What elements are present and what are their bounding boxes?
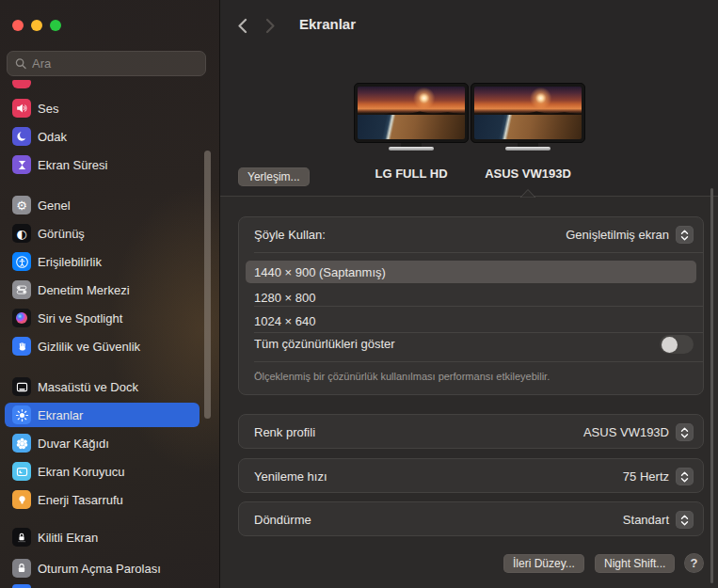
sidebar-item-label: Gizlilik ve Güvenlik xyxy=(38,340,140,354)
hourglass-icon xyxy=(12,155,31,174)
toggle-knob xyxy=(662,337,678,353)
sidebar-item-duvar-kagidi[interactable]: Duvar Kâğıdı xyxy=(5,431,199,455)
list-divider xyxy=(254,306,703,307)
sidebar-item-enerji[interactable]: Enerji Tasarrufu xyxy=(5,487,199,512)
sidebar-item-label: Görünüş xyxy=(38,227,85,241)
sidebar-item-gizlilik[interactable]: Gizlilik ve Güvenlik xyxy=(5,334,199,358)
sidebar-item-label: Ses xyxy=(38,102,58,116)
night-shift-button[interactable]: Night Shift... xyxy=(595,554,675,573)
search-input[interactable] xyxy=(32,56,198,71)
sidebar-item-ekranlar[interactable]: Ekranlar xyxy=(5,403,199,427)
use-as-row: Şöyle Kullan: Genişletilmiş ekran xyxy=(239,217,703,252)
chevron-right-icon xyxy=(265,18,276,34)
sea-and-beach xyxy=(358,115,465,139)
close-button[interactable] xyxy=(12,20,24,31)
sidebar-item-ses[interactable]: Ses xyxy=(5,96,199,120)
chevron-up-down-icon xyxy=(679,427,690,438)
resolution-card: Şöyle Kullan: Genişletilmiş ekran 1440 ×… xyxy=(238,216,704,395)
rotation-label: Döndürme xyxy=(254,513,311,527)
resolution-option[interactable]: 1280 × 800 xyxy=(254,291,315,305)
selected-display-caret xyxy=(519,188,536,198)
monitor-stand-base xyxy=(505,147,550,151)
screensaver-icon xyxy=(12,462,31,481)
rotation-card: Döndürme Standart xyxy=(238,501,704,536)
display-name: LG FULL HD xyxy=(345,167,477,181)
display-thumbnail-lg[interactable] xyxy=(354,83,469,151)
page-title: Ekranlar xyxy=(299,16,356,32)
sidebar-item-erisilebilirlik[interactable]: Erişilebilirlik xyxy=(5,249,199,274)
wallpaper-preview xyxy=(358,87,465,139)
section-divider xyxy=(220,196,718,197)
list-divider xyxy=(254,332,703,333)
chevron-up-down-icon xyxy=(679,515,690,526)
color-profile-label: Renk profili xyxy=(254,425,315,439)
sidebar-item-label: Ekran Koruyucu xyxy=(38,465,125,479)
sidebar-item-ekran-koruyucu[interactable]: Ekran Koruyucu xyxy=(5,459,199,484)
back-button[interactable] xyxy=(233,17,250,34)
sidebar-item-kilitli-ekran[interactable]: Kilitli Ekran xyxy=(5,525,199,549)
sidebar-item-denetim-merkezi[interactable]: Denetim Merkezi xyxy=(5,278,199,302)
siri-icon xyxy=(12,309,31,327)
content-scrollbar[interactable] xyxy=(710,188,713,583)
chevron-up-down-icon xyxy=(679,471,690,483)
sidebar-item-label: Odak xyxy=(38,130,67,144)
forward-button[interactable] xyxy=(262,17,279,34)
card-divider xyxy=(254,361,703,362)
sidebar-item-oturum-parolasi[interactable]: Oturum Açma Parolası xyxy=(5,556,199,580)
refresh-rate-stepper[interactable] xyxy=(676,468,694,485)
use-as-value: Genişletilmiş ekran xyxy=(566,228,669,242)
sidebar-item-siri[interactable]: Siri ve Spotlight xyxy=(5,306,199,330)
use-as-label: Şöyle Kullan: xyxy=(254,228,326,242)
rotation-stepper[interactable] xyxy=(676,511,694,529)
window-controls xyxy=(12,20,61,31)
sea-and-beach xyxy=(474,115,582,139)
gear-icon: ⚙ xyxy=(12,196,31,215)
sidebar-scrollbar[interactable] xyxy=(204,151,211,419)
scrolled-item-icon xyxy=(12,80,31,88)
sidebar-item-ekran-suresi[interactable]: Ekran Süresi xyxy=(5,152,199,177)
login-lock-icon xyxy=(12,559,31,578)
appearance-icon: ◐ xyxy=(12,224,31,243)
search-field[interactable] xyxy=(7,51,206,76)
sidebar-item-odak[interactable]: Odak xyxy=(5,124,199,149)
resolution-option[interactable]: 1440 × 900 (Saptanmış) xyxy=(254,265,386,279)
sidebar-item-label: Siri ve Spotlight xyxy=(38,311,122,326)
settings-window: Ses Odak Ekran Süresi ⚙ Genel ◐ Görünüş xyxy=(0,0,718,588)
color-profile-card: Renk profili ASUS VW193D xyxy=(238,414,704,449)
sidebar-item-masaustu-dock[interactable]: Masaüstü ve Dock xyxy=(5,374,199,399)
refresh-rate-value: 75 Hertz xyxy=(623,469,669,484)
sidebar-item-genel[interactable]: ⚙ Genel xyxy=(5,193,199,217)
zoom-button[interactable] xyxy=(50,20,61,31)
sidebar-item-label: Duvar Kâğıdı xyxy=(38,437,109,451)
sidebar-item-label: Ekranlar xyxy=(38,408,83,422)
sidebar-item-label: Kilitli Ekran xyxy=(38,531,98,545)
display-thumbnail-asus[interactable] xyxy=(471,83,585,151)
resolution-option[interactable]: 1024 × 640 xyxy=(254,314,315,328)
card-divider xyxy=(254,252,703,253)
monitor-bezel xyxy=(354,83,469,143)
sidebar-item-gorunus[interactable]: ◐ Görünüş xyxy=(5,221,199,246)
wallpaper-preview xyxy=(474,87,582,139)
color-profile-value: ASUS VW193D xyxy=(583,425,669,439)
use-as-stepper[interactable] xyxy=(676,226,694,244)
sidebar-item-label: Erişilebilirlik xyxy=(38,255,102,269)
monitor-stand-base xyxy=(389,147,434,151)
brightness-sun-icon xyxy=(12,405,31,424)
scaling-note: Ölçeklenmiş bir çözünürlük kullanılması … xyxy=(254,371,690,382)
help-button[interactable]: ? xyxy=(684,553,704,573)
color-profile-stepper[interactable] xyxy=(676,423,694,441)
rotation-value: Standart xyxy=(623,513,669,527)
moon-icon xyxy=(12,127,31,146)
chevron-left-icon xyxy=(237,18,247,34)
accessibility-icon xyxy=(12,252,31,271)
displays-pane: Ekranlar LG FULL HD ASUS VW193 xyxy=(220,0,718,588)
refresh-rate-label: Yenileme hızı xyxy=(254,469,327,484)
arrangement-button[interactable]: Yerleşim... xyxy=(238,167,310,186)
monitor-bezel xyxy=(471,83,585,143)
scrolled-item-icon xyxy=(12,584,31,588)
minimize-button[interactable] xyxy=(31,20,42,31)
chevron-up-down-icon xyxy=(679,230,690,241)
advanced-button[interactable]: İleri Düzey... xyxy=(503,554,584,573)
show-all-resolutions-toggle[interactable] xyxy=(660,335,694,354)
control-center-icon xyxy=(12,280,31,299)
